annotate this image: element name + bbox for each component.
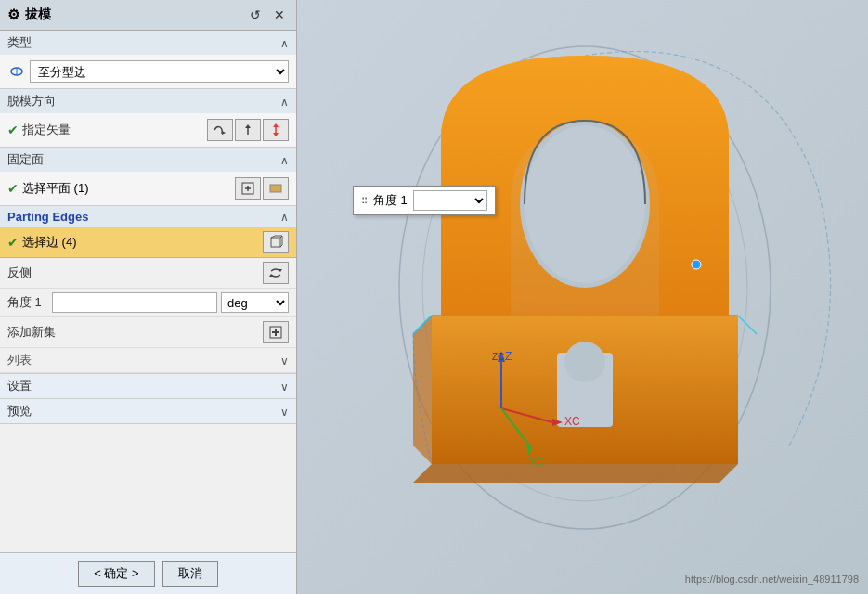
panel-title-text: 拔模 [25, 6, 51, 23]
close-button[interactable]: ✕ [270, 6, 289, 24]
add-set-button[interactable] [263, 321, 289, 343]
left-panel: ⚙ 拔模 ↺ ✕ 类型 至分型边 [0, 0, 297, 594]
type-dropdown-row: 至分型边 从边 从平面 [7, 60, 289, 83]
direction-sublabel: 指定矢量 [22, 122, 71, 138]
svg-marker-2 [222, 131, 226, 135]
svg-text:Z: Z [505, 350, 512, 363]
face-buttons [235, 177, 289, 200]
list-chevron-icon [280, 354, 289, 368]
add-face-icon [240, 181, 255, 196]
preview-section[interactable]: 预览 [0, 399, 296, 424]
direction-btn-1[interactable] [207, 119, 233, 141]
angle-popup: ⠿ 角度 1 5 10 15 [353, 186, 496, 215]
parting-edges-chevron-icon [280, 210, 289, 224]
panel-header-icons: ↺ ✕ [246, 6, 289, 24]
cancel-button[interactable]: 取消 [162, 561, 218, 587]
direction-section: 脱模方向 ✔ 指定矢量 [0, 89, 296, 148]
select-edge-label: ✔ 选择边 (4) [7, 234, 77, 251]
parting-edges-header[interactable]: Parting Edges [0, 206, 296, 227]
watermark: https://blog.csdn.net/weixin_48911798 [685, 574, 859, 585]
reverse-label: 反侧 [7, 265, 32, 281]
fixed-face-chevron-icon [280, 153, 289, 167]
edge-3d-button[interactable] [263, 231, 289, 253]
settings-chevron-icon [280, 380, 289, 394]
3d-viewport[interactable]: Z XC YC ZC ⠿ 角度 1 5 10 15 [297, 0, 868, 594]
reverse-button[interactable] [263, 262, 289, 284]
direction-chevron-icon [280, 95, 289, 109]
swap-icon [269, 266, 282, 279]
list-label: 列表 [7, 352, 32, 368]
svg-marker-4 [245, 124, 251, 128]
parting-edges-section: Parting Edges ✔ 选择边 (4) 反侧 [0, 206, 296, 374]
up-arrow-icon [240, 123, 255, 137]
fixed-face-section-header[interactable]: 固定面 [0, 148, 296, 172]
parting-edge-icon [9, 64, 24, 79]
add-set-label: 添加新集 [7, 324, 56, 341]
panel-title: ⚙ 拔模 [7, 6, 51, 23]
face-sublabel: 选择平面 (1) [22, 180, 89, 197]
reverse-row: 反侧 [0, 258, 296, 289]
reverse-direction-icon [213, 123, 227, 137]
face-check-icon: ✔ [7, 181, 19, 196]
list-row[interactable]: 列表 [0, 348, 296, 373]
svg-point-27 [525, 125, 645, 283]
fixed-face-section-content: ✔ 选择平面 (1) [0, 172, 296, 205]
type-icon [7, 62, 26, 81]
face-label: ✔ 选择平面 (1) [7, 180, 89, 197]
svg-rect-11 [270, 185, 281, 192]
preview-chevron-icon [280, 405, 289, 419]
3d-model-svg: Z XC YC ZC [297, 0, 868, 594]
settings-section[interactable]: 设置 [0, 374, 296, 399]
direction-check-icon: ✔ [7, 123, 19, 137]
parting-edges-label: Parting Edges [7, 210, 88, 224]
reset-button[interactable]: ↺ [246, 6, 265, 24]
select-edge-text: 选择边 (4) [22, 234, 77, 251]
add-face-button[interactable] [235, 177, 261, 200]
gear-icon: ⚙ [7, 6, 19, 23]
bottom-buttons: < 确定 > 取消 [0, 552, 296, 594]
angle-row: 角度 1 deg rad [0, 289, 296, 317]
angle-input-group: deg rad [52, 292, 289, 313]
panel-header: ⚙ 拔模 ↺ ✕ [0, 0, 296, 31]
direction-section-content: ✔ 指定矢量 [0, 113, 296, 147]
3d-edge-icon [268, 235, 283, 250]
flip-icon [268, 123, 283, 137]
preview-label: 预览 [7, 403, 32, 420]
direction-section-label: 脱模方向 [7, 93, 56, 110]
face-icon-button[interactable] [263, 177, 289, 200]
svg-marker-7 [273, 133, 279, 136]
angle-unit-select[interactable]: deg rad [221, 292, 289, 313]
type-section: 类型 至分型边 从边 从平面 [0, 31, 296, 89]
select-edge-check-icon: ✔ [7, 235, 19, 250]
direction-section-header[interactable]: 脱模方向 [0, 89, 296, 113]
svg-text:YC: YC [529, 456, 545, 469]
model-area: Z XC YC ZC ⠿ 角度 1 5 10 15 [297, 0, 868, 594]
type-section-header[interactable]: 类型 [0, 31, 296, 55]
type-chevron-icon [280, 36, 289, 50]
direction-btn-2[interactable] [235, 119, 261, 141]
svg-point-44 [692, 260, 701, 269]
svg-point-30 [564, 342, 605, 382]
popup-drag-icon: ⠿ [361, 196, 368, 206]
direction-buttons [207, 119, 289, 141]
svg-rect-12 [271, 238, 280, 247]
fixed-face-section-label: 固定面 [7, 151, 44, 168]
direction-label: ✔ 指定矢量 [7, 122, 71, 138]
add-set-icon [269, 326, 282, 339]
angle-label: 角度 1 [7, 294, 45, 311]
angle-input[interactable] [52, 292, 217, 313]
svg-marker-6 [273, 123, 279, 127]
direction-btn-3[interactable] [263, 119, 289, 141]
type-section-content: 至分型边 从边 从平面 [0, 55, 296, 88]
svg-text:ZC: ZC [492, 352, 504, 362]
angle-popup-label: 角度 1 [373, 192, 408, 209]
svg-text:XC: XC [564, 415, 580, 428]
confirm-button[interactable]: < 确定 > [78, 561, 154, 587]
settings-label: 设置 [7, 378, 32, 394]
fixed-face-section: 固定面 ✔ 选择平面 (1) [0, 148, 296, 206]
face-plane-icon [268, 181, 283, 196]
angle-popup-select[interactable]: 5 10 15 [413, 190, 487, 211]
type-dropdown[interactable]: 至分型边 从边 从平面 [30, 60, 289, 83]
add-set-row: 添加新集 [0, 317, 296, 348]
select-edge-row: ✔ 选择边 (4) [0, 227, 296, 258]
